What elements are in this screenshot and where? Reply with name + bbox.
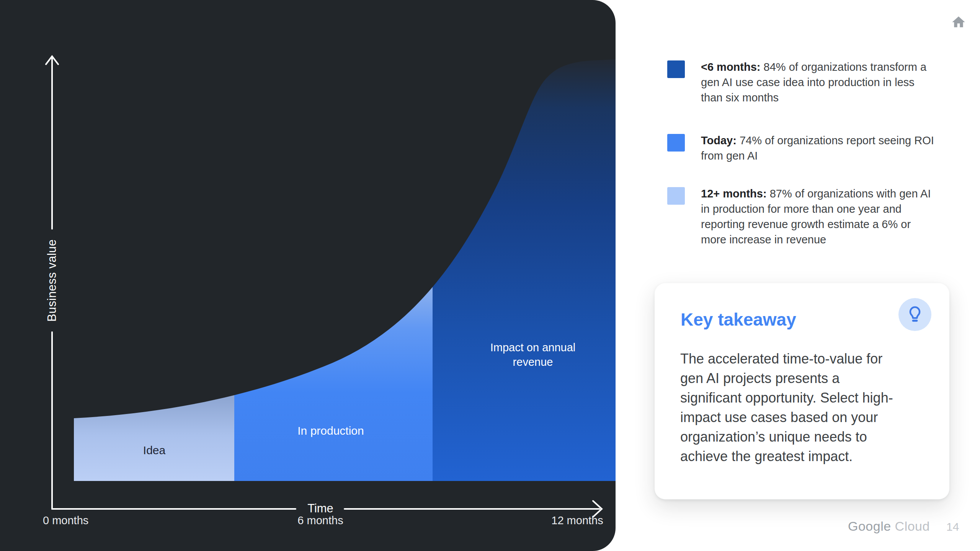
home-button[interactable] [951,15,966,30]
brand-cloud: Cloud [891,519,930,533]
lightbulb-badge [898,298,931,331]
key-takeaway-card: Key takeaway The accelerated time-to-val… [655,283,949,499]
segment-label-idea: Idea [143,444,165,457]
page-number: 14 [946,520,959,533]
tick-0-months: 0 months [43,514,88,527]
legend-swatch-dark-blue [667,60,685,78]
tick-12-months: 12 months [551,514,603,527]
legend-item: Today: 74% of organizations report seein… [667,133,938,163]
key-takeaway-body: The accelerated time-to-value for gen AI… [680,349,895,466]
x-axis-label: Time [307,502,333,515]
brand-google: Google [848,519,891,533]
slide-canvas: { "chart": { "y_axis_label": "Business v… [0,0,980,551]
legend-item: <6 months: 84% of organizations transfor… [667,59,938,105]
chart-panel: Business value Time 0 months 6 months 12… [0,0,616,551]
value-time-chart [0,0,616,551]
tick-6-months: 6 months [297,514,343,527]
lightbulb-icon [905,305,925,324]
footer-brand-logo: Google Cloud [848,519,930,534]
legend-swatch-light-blue [667,187,685,205]
legend-text: <6 months: 84% of organizations transfor… [701,59,938,105]
legend-swatch-blue [667,134,685,152]
segment-label-in-production: In production [297,424,364,437]
legend-lead: 12+ months: [701,187,767,200]
y-axis-label: Business value [45,239,59,322]
key-takeaway-title: Key takeaway [681,309,796,330]
segment-label-impact: Impact on annual revenue [483,340,583,369]
legend-item: 12+ months: 87% of organizations with ge… [667,186,938,247]
legend-lead: <6 months: [701,61,761,73]
legend-text: Today: 74% of organizations report seein… [701,133,938,163]
legend-lead: Today: [701,134,737,147]
legend-text: 12+ months: 87% of organizations with ge… [701,186,938,247]
home-icon [951,15,966,30]
